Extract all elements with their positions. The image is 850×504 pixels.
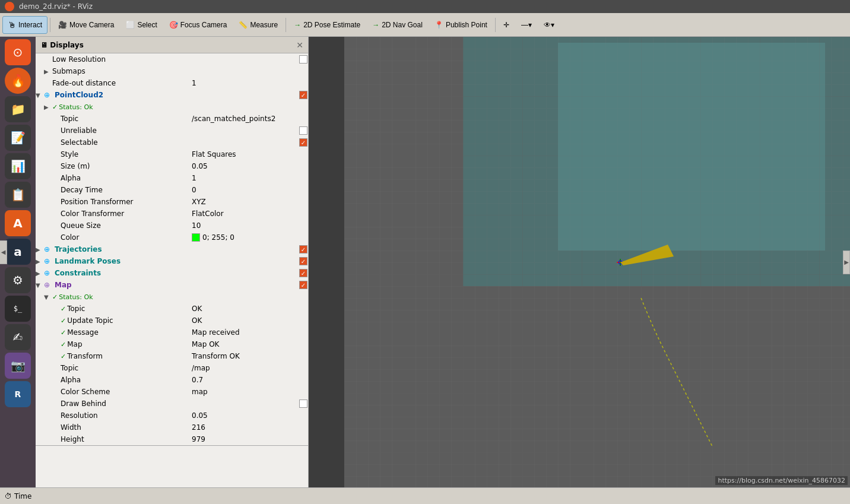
main-area: ⊙ 🔥 📁 📝 📊 📋 A a ⚙ $_ ✍ 📷 R 🖥 Displays ✕ (0, 37, 850, 487)
toolbar-separator-1 (50, 18, 50, 32)
nav-goal-icon: → (372, 21, 379, 29)
appbar-spreadsheet-icon[interactable]: 📊 (5, 153, 31, 179)
list-item: ✓ Transform Transform OK (36, 350, 308, 362)
focus-camera-button[interactable]: 🎯 Focus Camera (164, 16, 233, 34)
toolbar: 🖱 Interact 🎥 Move Camera ⬜ Select 🎯 Focu… (0, 13, 850, 37)
appbar-terminal-icon[interactable]: $_ (5, 296, 31, 322)
publish-point-button[interactable]: 📍 Publish Point (429, 16, 493, 34)
time-icon: ⏱ (5, 492, 12, 500)
list-item: Size (m) 0.05 (36, 160, 308, 172)
plus-icon: ✛ (503, 21, 509, 29)
list-item: Topic /scan_matched_points2 (36, 113, 308, 125)
map-visualization (344, 37, 850, 487)
list-item: ▶ ⊕ Trajectories (36, 243, 308, 255)
measure-icon: 📏 (239, 21, 248, 29)
eye-icon: 👁▾ (544, 21, 554, 29)
ubuntu-icon (5, 2, 14, 11)
plus-button[interactable]: ✛ (498, 16, 515, 34)
url-overlay: https://blog.csdn.net/weixin_45867032 (715, 476, 848, 485)
displays-close-button[interactable]: ✕ (296, 40, 303, 50)
select-icon: ⬜ (126, 21, 135, 29)
panel-expand-handle[interactable]: ▶ (843, 251, 850, 274)
bottom-empty-panel (36, 445, 308, 487)
list-item: Height 979 (36, 433, 308, 445)
list-item: Alpha 1 (36, 172, 308, 184)
left-panel: 🖥 Displays ✕ Low Resolution ▶ Subma (36, 37, 344, 487)
list-item: ✓ Message Map received (36, 327, 308, 338)
list-item: ▶ ⊕ Landmark Poses (36, 255, 308, 267)
list-item: Width 216 (36, 421, 308, 433)
svg-rect-5 (558, 43, 825, 251)
list-item: Unreliable (36, 125, 308, 137)
appbar-presentation-icon[interactable]: 📋 (5, 182, 31, 208)
appbar-text-editor-icon[interactable]: 📝 (5, 125, 31, 151)
list-item: Color Scheme map (36, 386, 308, 398)
displays-panel: 🖥 Displays ✕ Low Resolution ▶ Subma (36, 37, 309, 487)
move-camera-button[interactable]: 🎥 Move Camera (53, 16, 119, 34)
move-camera-icon: 🎥 (58, 21, 67, 29)
interact-button[interactable]: 🖱 Interact (2, 16, 47, 34)
pose-estimate-icon: → (294, 21, 301, 29)
color-swatch[interactable] (192, 233, 200, 242)
displays-header-content: 🖥 Displays (40, 41, 84, 49)
appbar-rviz-icon[interactable]: R (5, 381, 31, 407)
list-item: ▶ ⊕ Constraints (36, 267, 308, 279)
list-item: Draw Behind (36, 398, 308, 410)
appbar-writer-icon[interactable]: ✍ (5, 324, 31, 350)
displays-header: 🖥 Displays ✕ (36, 37, 308, 53)
publish-point-icon: 📍 (434, 21, 443, 29)
list-item: Topic /map (36, 362, 308, 374)
appbar-ubuntu-icon[interactable]: ⊙ (5, 39, 31, 65)
appbar-settings-icon[interactable]: ⚙ (5, 267, 31, 293)
interact-icon: 🖱 (8, 20, 16, 30)
list-item: ▶ ✓ Status: Ok (36, 101, 308, 113)
list-item: Alpha 0.7 (36, 374, 308, 386)
minus-button[interactable]: —▾ (516, 16, 537, 34)
list-item: Low Resolution (36, 53, 308, 65)
panel-collapse-handle[interactable]: ◀ (0, 240, 7, 264)
list-item: Selectable (36, 137, 308, 148)
minus-icon: —▾ (521, 21, 532, 29)
list-item: ▶ Submaps (36, 65, 308, 77)
toolbar-separator-3 (495, 18, 496, 32)
pose-estimate-button[interactable]: → 2D Pose Estimate (288, 16, 366, 34)
list-item: Color Transformer FlatColor (36, 208, 308, 220)
appbar-amazon-icon[interactable]: a (5, 239, 31, 265)
displays-tree[interactable]: Low Resolution ▶ Submaps Fade-out distan… (36, 53, 308, 445)
appbar-files-icon[interactable]: 📁 (5, 96, 31, 122)
measure-button[interactable]: 📏 Measure (233, 16, 283, 34)
list-item: Queue Size 10 (36, 220, 308, 232)
list-item: Style Flat Squares (36, 148, 308, 160)
viewport[interactable]: ▶ https://blog.csdn.net/weixin_45867032 (344, 37, 850, 487)
list-item: Decay Time 0 (36, 184, 308, 196)
appbar-store-icon[interactable]: A (5, 210, 31, 236)
list-item: Fade-out distance 1 (36, 77, 308, 89)
monitor-icon: 🖥 (40, 41, 50, 49)
list-item: ✓ Topic OK (36, 303, 308, 315)
list-item: ✓ Map Map OK (36, 338, 308, 350)
eye-button[interactable]: 👁▾ (538, 16, 560, 34)
toolbar-separator-2 (286, 18, 286, 32)
time-label: Time (14, 492, 31, 500)
nav-goal-button[interactable]: → 2D Nav Goal (367, 16, 428, 34)
list-item: ▼ ⊕ Map (36, 279, 308, 291)
timebar: ⏱ Time (0, 487, 850, 504)
list-item: ▼ ✓ Status: Ok (36, 291, 308, 303)
list-item: Resolution 0.05 (36, 410, 308, 421)
list-item: Color 0; 255; 0 (36, 232, 308, 243)
focus-camera-icon: 🎯 (169, 21, 178, 29)
list-item: ✓ Update Topic OK (36, 315, 308, 327)
list-item: ▼ ⊕ PointCloud2 (36, 89, 308, 101)
appbar-screenshot-icon[interactable]: 📷 (5, 353, 31, 379)
appbar-browser-icon[interactable]: 🔥 (5, 68, 31, 94)
titlebar: demo_2d.rviz* - RViz (0, 0, 850, 13)
window-title: demo_2d.rviz* - RViz (19, 2, 93, 11)
select-button[interactable]: ⬜ Select (120, 16, 162, 34)
list-item: Position Transformer XYZ (36, 196, 308, 208)
